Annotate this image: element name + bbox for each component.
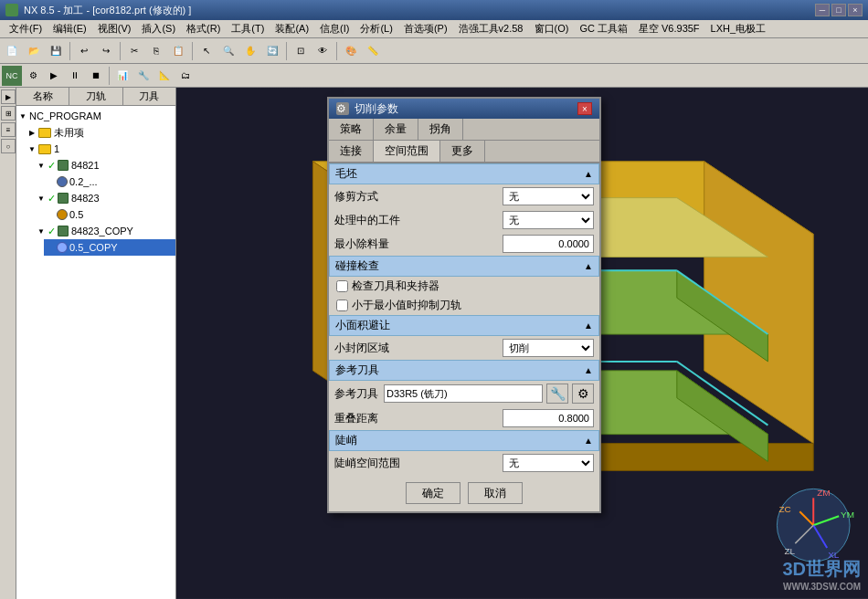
section-avoid[interactable]: 小面积避让 ▲ — [329, 315, 599, 336]
menu-assembly[interactable]: 装配(A) — [270, 21, 314, 37]
steep-range-row: 陡峭空间范围 无 仅陡峭 非陡峭 — [329, 451, 599, 475]
tree-label: 84823 — [71, 193, 100, 204]
tb-new[interactable]: 📄 — [2, 41, 22, 61]
menu-insert[interactable]: 插入(S) — [136, 21, 181, 37]
section-reftool[interactable]: 参考刀具 ▲ — [329, 360, 599, 381]
tab-strategy[interactable]: 策略 — [329, 119, 374, 140]
ref-tool-label: 参考刀具 — [334, 386, 380, 402]
tb-cut[interactable]: ✂ — [124, 41, 144, 61]
ref-tool-input[interactable] — [384, 384, 543, 403]
tree-item-84823[interactable]: ▼ ✓ 84823 — [35, 190, 175, 206]
tab-margin[interactable]: 余量 — [374, 119, 418, 140]
menu-prefs[interactable]: 首选项(P) — [398, 21, 453, 37]
tb-copy[interactable]: ⎘ — [146, 41, 166, 61]
separator3 — [192, 42, 193, 60]
ref-tool-browse-btn[interactable]: 🔧 — [546, 384, 568, 404]
steep-range-select[interactable]: 无 仅陡峭 非陡峭 — [503, 454, 594, 472]
tab-corner[interactable]: 拐角 — [418, 119, 463, 140]
trim-select[interactable]: 无 裁剪 — [503, 187, 594, 205]
menu-tools[interactable]: 工具(T) — [226, 21, 270, 37]
tb2-6[interactable]: 📊 — [112, 66, 132, 86]
min-material-input[interactable] — [503, 235, 594, 253]
operation-icon — [58, 226, 69, 236]
tb-view[interactable]: 👁 — [312, 41, 333, 61]
tb2-8[interactable]: 📐 — [154, 66, 175, 86]
tree-label: 0.2_... — [69, 176, 98, 187]
tb-measure[interactable]: 📏 — [363, 41, 383, 61]
col-name: 名称 — [16, 88, 69, 105]
tb2-3[interactable]: ▶ — [44, 66, 64, 86]
section-maopi[interactable]: 毛坯 ▲ — [329, 163, 599, 184]
menu-edit[interactable]: 编辑(E) — [48, 21, 92, 37]
minimize-button[interactable]: ─ — [815, 4, 830, 16]
tb2-7[interactable]: 🔧 — [133, 66, 153, 86]
tb2-2[interactable]: ⚙ — [23, 66, 43, 86]
tb-save[interactable]: 💾 — [46, 41, 66, 61]
tree-item-ncprogram[interactable]: ▼ NC_PROGRAM — [16, 108, 175, 124]
menu-analysis[interactable]: 分析(L) — [355, 21, 397, 37]
maximize-button[interactable]: □ — [831, 4, 846, 16]
overlap-dist-input[interactable] — [503, 409, 594, 427]
main-content: ▶ ⊞ ≡ ○ 名称 刀轨 刀具 ▼ NC_PROGRAM ▶ 未用项 ▼ — [0, 88, 868, 599]
tb-render[interactable]: 🎨 — [341, 41, 361, 61]
tb-rotate[interactable]: 🔄 — [262, 41, 282, 61]
operation-tree-panel: 名称 刀轨 刀具 ▼ NC_PROGRAM ▶ 未用项 ▼ 1 — [16, 88, 176, 599]
menu-lxh[interactable]: LXH_电极工 — [705, 21, 772, 37]
menu-info[interactable]: 信息(I) — [314, 21, 355, 37]
menu-view[interactable]: 视图(V) — [92, 21, 137, 37]
ref-tool-row: 参考刀具 🔧 ⚙ — [329, 381, 599, 406]
tab-connect[interactable]: 连接 — [329, 141, 374, 162]
cancel-button[interactable]: 取消 — [468, 482, 523, 504]
menu-window[interactable]: 窗口(O) — [529, 21, 575, 37]
tree-item-tool-05[interactable]: 0.5 — [44, 206, 175, 223]
tb-paste[interactable]: 📋 — [168, 41, 188, 61]
tree-item-84821[interactable]: ▼ ✓ 84821 — [35, 157, 175, 173]
ref-tool-select-btn[interactable]: ⚙ — [572, 384, 594, 404]
menu-bar: 文件(F) 编辑(E) 视图(V) 插入(S) 格式(R) 工具(T) 装配(A… — [0, 20, 868, 38]
3d-viewport[interactable]: ZM ZC YM XL ZL 3D世界网 WWW.3DSW.COM — [176, 88, 868, 599]
app-title: NX 8.5 - 加工 - [cor8182.prt (修改的) ] — [24, 4, 191, 17]
tree-header: 名称 刀轨 刀具 — [16, 88, 175, 106]
tb-select[interactable]: ↖ — [196, 41, 217, 61]
side-btn-4[interactable]: ○ — [1, 139, 16, 153]
side-btn-3[interactable]: ≡ — [1, 122, 16, 137]
tree-label: 1 — [54, 143, 59, 154]
side-btn-1[interactable]: ▶ — [1, 89, 16, 104]
section-luqian[interactable]: 陡峭 ▲ — [329, 430, 599, 451]
tb-fit[interactable]: ⊡ — [291, 41, 311, 61]
menu-haoqiang[interactable]: 浩强工具v2.58 — [453, 21, 529, 37]
check-tool-holder-row: 检查刀具和夹持器 — [329, 277, 599, 296]
tab-more[interactable]: 更多 — [440, 141, 485, 162]
dialog-close-button[interactable]: × — [577, 102, 592, 115]
expand-icon — [46, 243, 55, 252]
tab-space-range[interactable]: 空间范围 — [374, 141, 440, 162]
tb-pan[interactable]: ✋ — [240, 41, 260, 61]
side-btn-2[interactable]: ⊞ — [1, 106, 16, 121]
collapse-icon: ▲ — [584, 169, 593, 179]
tb2-5[interactable]: ⏹ — [86, 66, 106, 86]
section-collision[interactable]: 碰撞检查 ▲ — [329, 256, 599, 277]
small-area-select[interactable]: 切削 跳过 — [503, 339, 594, 357]
tree-item-84823copy[interactable]: ▼ ✓ 84823_COPY — [35, 223, 175, 239]
check-tool-holder[interactable] — [336, 280, 348, 292]
overlap-dist-row: 重叠距离 — [329, 406, 599, 430]
workpiece-select[interactable]: 无 使用3D — [503, 211, 594, 229]
tb2-9[interactable]: 🗂 — [175, 66, 196, 86]
tb2-1[interactable]: NC — [2, 66, 22, 86]
menu-gc[interactable]: GC 工具箱 — [574, 21, 633, 37]
menu-format[interactable]: 格式(R) — [181, 21, 226, 37]
tb-undo[interactable]: ↩ — [74, 41, 94, 61]
tb-zoom[interactable]: 🔍 — [218, 41, 238, 61]
tb-redo[interactable]: ↪ — [96, 41, 116, 61]
tree-item-tool-05copy[interactable]: 0.5_COPY — [44, 239, 175, 256]
menu-starsky[interactable]: 星空 V6.935F — [633, 21, 705, 37]
tree-item-tool-02[interactable]: 0.2_... — [44, 173, 175, 190]
menu-file[interactable]: 文件(F) — [4, 21, 48, 37]
tb-open[interactable]: 📂 — [24, 41, 44, 61]
tree-item-group1[interactable]: ▼ 1 — [26, 141, 175, 157]
close-button[interactable]: × — [848, 4, 863, 16]
check-suppress[interactable] — [336, 300, 348, 311]
tree-item-unused[interactable]: ▶ 未用项 — [26, 124, 175, 141]
ok-button[interactable]: 确定 — [406, 482, 460, 504]
tb2-4[interactable]: ⏸ — [65, 66, 85, 86]
